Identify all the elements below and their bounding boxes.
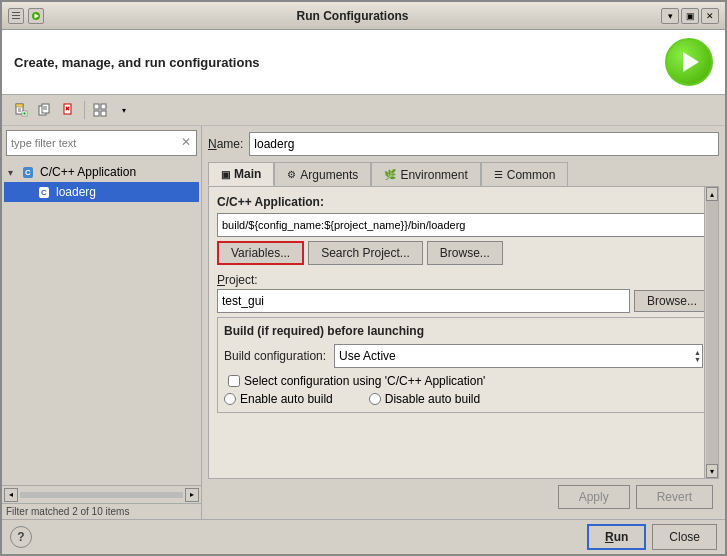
disable-auto-build-label: Disable auto build (385, 392, 480, 406)
scrollbar-track (706, 201, 718, 464)
build-config-select[interactable]: Use Active (334, 344, 703, 368)
revert-button[interactable]: Revert (636, 485, 713, 509)
tree-cpp-icon: C (20, 164, 36, 180)
run-label-rest: un (614, 530, 629, 544)
close-button[interactable]: ✕ (701, 8, 719, 24)
scroll-left-button[interactable]: ◂ (4, 488, 18, 502)
collapse-all-button[interactable] (89, 99, 111, 121)
project-row: Browse... (217, 289, 710, 313)
app-section-label: C/C++ Application: (217, 195, 710, 209)
build-config-row: Build configuration: Use Active ▲▼ (224, 344, 703, 368)
project-input[interactable] (217, 289, 630, 313)
svg-rect-1 (12, 15, 20, 16)
tree-child-icon: C (36, 184, 52, 200)
tab-environment-icon: 🌿 (384, 169, 396, 180)
tab-main[interactable]: ▣ Main (208, 162, 274, 186)
build-section-title: Build (if required) before launching (224, 324, 703, 338)
filter-status: Filter matched 2 of 10 items (2, 503, 201, 519)
search-project-button[interactable]: Search Project... (308, 241, 423, 265)
tree-toggle-icon: ▾ (8, 167, 20, 178)
titlebar: Run Configurations ▾ ▣ ✕ (2, 2, 725, 30)
project-label: Project: (217, 273, 710, 287)
tab-content-main: C/C++ Application: Variables... Search P… (208, 186, 719, 479)
header-area: Create, manage, and run configurations (2, 30, 725, 95)
tab-common[interactable]: ☰ Common (481, 162, 569, 186)
restore-button[interactable]: ▣ (681, 8, 699, 24)
scroll-right-button[interactable]: ▸ (185, 488, 199, 502)
scroll-up-button[interactable]: ▴ (706, 187, 718, 201)
main-content: ✕ ▾ C C/C++ Application C loaderg (2, 126, 725, 519)
toolbar-separator (84, 101, 85, 119)
tree-root-label: C/C++ Application (40, 165, 136, 179)
titlebar-icon (28, 8, 44, 24)
apply-button[interactable]: Apply (558, 485, 630, 509)
svg-rect-20 (101, 104, 106, 109)
enable-auto-build-label: Enable auto build (240, 392, 333, 406)
page-title: Create, manage, and run configurations (14, 55, 260, 70)
name-input[interactable] (249, 132, 719, 156)
window-menu-btn[interactable] (8, 8, 24, 24)
minimize-button[interactable]: ▾ (661, 8, 679, 24)
svg-rect-21 (94, 111, 99, 116)
disable-auto-build-group: Disable auto build (369, 392, 480, 406)
bottom-buttons: Apply Revert (208, 479, 719, 513)
auto-build-radio-row: Enable auto build Disable auto build (224, 392, 703, 406)
tab-common-label: Common (507, 168, 556, 182)
run-button[interactable]: Run (587, 524, 646, 550)
filter-dropdown-button[interactable]: ▾ (113, 99, 135, 121)
name-label: Name: (208, 137, 243, 151)
vertical-scrollbar[interactable]: ▴ ▾ (704, 187, 718, 478)
svg-rect-6 (16, 104, 23, 107)
run-underline: R (605, 530, 614, 544)
tree-item-loaderg[interactable]: C loaderg (4, 182, 199, 202)
horizontal-scrollbar[interactable]: ◂ ▸ (2, 485, 201, 503)
tab-arguments-label: Arguments (300, 168, 358, 182)
cpp-icon-letter: C (23, 167, 33, 178)
disable-auto-build-radio[interactable] (369, 393, 381, 405)
duplicate-config-button[interactable] (34, 99, 56, 121)
enable-auto-build-group: Enable auto build (224, 392, 333, 406)
browse-project-button[interactable]: Browse... (634, 290, 710, 312)
filter-box: ✕ (6, 130, 197, 156)
toolbar: ▾ (2, 95, 725, 126)
svg-rect-2 (12, 18, 20, 19)
select-config-checkbox[interactable] (228, 375, 240, 387)
scroll-track (20, 492, 183, 498)
filter-input[interactable] (6, 130, 197, 156)
left-panel: ✕ ▾ C C/C++ Application C loaderg (2, 126, 202, 519)
svg-rect-0 (12, 12, 20, 13)
filter-clear-button[interactable]: ✕ (177, 133, 195, 151)
svg-rect-19 (94, 104, 99, 109)
titlebar-controls-right: ▾ ▣ ✕ (661, 8, 719, 24)
svg-rect-22 (101, 111, 106, 116)
tab-main-label: Main (234, 167, 261, 181)
build-section: Build (if required) before launching Bui… (217, 317, 710, 413)
play-triangle (683, 52, 699, 72)
tab-arguments[interactable]: ⚙ Arguments (274, 162, 371, 186)
tab-environment[interactable]: 🌿 Environment (371, 162, 480, 186)
run-icon (665, 38, 713, 86)
select-config-checkbox-label: Select configuration using 'C/C++ Applic… (244, 374, 485, 388)
enable-auto-build-radio[interactable] (224, 393, 236, 405)
browse-app-button[interactable]: Browse... (427, 241, 503, 265)
window: Run Configurations ▾ ▣ ✕ Create, manage,… (0, 0, 727, 556)
scroll-down-button[interactable]: ▾ (706, 464, 718, 478)
name-row: Name: (208, 132, 719, 156)
app-path-input[interactable] (217, 213, 710, 237)
new-config-button[interactable] (10, 99, 32, 121)
variables-button[interactable]: Variables... (217, 241, 304, 265)
tree-area: ▾ C C/C++ Application C loaderg (2, 160, 201, 485)
right-panel: Name: ▣ Main ⚙ Arguments 🌿 Environment (202, 126, 725, 519)
tab-environment-label: Environment (400, 168, 467, 182)
help-button[interactable]: ? (10, 526, 32, 548)
delete-config-button[interactable] (58, 99, 80, 121)
child-cpp-icon: C (39, 187, 49, 198)
close-button[interactable]: Close (652, 524, 717, 550)
tree-item-cpp-application[interactable]: ▾ C C/C++ Application (4, 162, 199, 182)
tree-child-label: loaderg (56, 185, 96, 199)
footer-actions: Run Close (587, 524, 717, 550)
app-buttons-row: Variables... Search Project... Browse... (217, 241, 710, 265)
footer-bar: ? Run Close (2, 519, 725, 554)
build-config-label: Build configuration: (224, 349, 326, 363)
tab-main-icon: ▣ (221, 169, 230, 180)
